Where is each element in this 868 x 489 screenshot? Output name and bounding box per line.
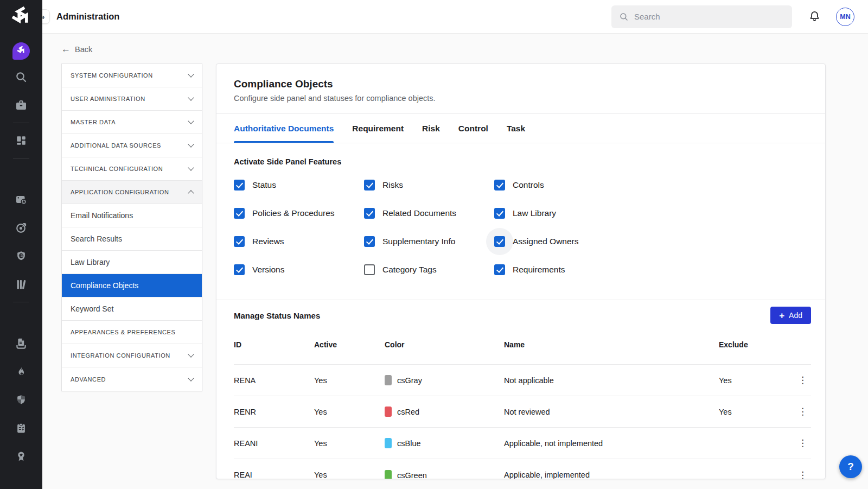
sidebar-item-target[interactable]	[9, 216, 33, 240]
nav-item-compliance-objects[interactable]: Compliance Objects	[62, 274, 202, 297]
tab-bar: Authoritative Documents Requirement Risk…	[216, 113, 825, 143]
checkbox[interactable]	[494, 180, 505, 190]
nav-item-email-notifications[interactable]: Email Notifications	[62, 204, 202, 227]
settings-nav: SYSTEM CONFIGURATION USER ADMINISTRATION…	[61, 63, 202, 391]
tab-requirement[interactable]: Requirement	[352, 114, 404, 143]
feature-controls[interactable]: Controls	[494, 177, 808, 193]
tab-risk[interactable]: Risk	[422, 114, 440, 143]
chevron-down-icon	[188, 94, 194, 100]
briefcase-icon	[15, 99, 28, 112]
nav-section-system-configuration[interactable]: SYSTEM CONFIGURATION	[62, 64, 202, 87]
sidebar-item-document-tray[interactable]	[9, 332, 33, 355]
sidebar-item-assistant[interactable]	[12, 42, 30, 60]
checkbox[interactable]	[234, 208, 245, 219]
shield-icon	[15, 394, 27, 406]
table-row: REAI Yes csGreen Applicable, implemented…	[234, 459, 811, 479]
sidebar-item-notifications-card[interactable]	[9, 188, 33, 212]
nav-section-master-data[interactable]: MASTER DATA	[62, 111, 202, 134]
plus-icon: +	[779, 311, 784, 320]
search-input[interactable]	[634, 12, 784, 21]
user-avatar[interactable]: MN	[836, 8, 854, 26]
nav-item-law-library[interactable]: Law Library	[62, 251, 202, 274]
app-logo[interactable]	[0, 0, 42, 34]
panel-title: Compliance Objects	[234, 78, 808, 90]
checkbox[interactable]	[364, 264, 375, 275]
status-table: ID Active Color Name Exclude RENA Yes cs…	[216, 331, 825, 479]
feature-supplementary-info[interactable]: Supplementary Info	[364, 233, 494, 250]
sidebar-item-shield[interactable]	[9, 388, 33, 412]
feature-status[interactable]: Status	[234, 177, 364, 193]
sidebar-item-clipboard[interactable]	[9, 416, 33, 440]
row-menu-button[interactable]: ⋮	[795, 376, 811, 385]
row-menu-button[interactable]: ⋮	[795, 471, 811, 480]
chevron-down-icon	[188, 141, 194, 147]
nav-section-appearances-preferences[interactable]: APPEARANCES & PREFERENCES	[62, 321, 202, 344]
sidebar-item-search[interactable]	[9, 65, 33, 89]
sidebar-item-shield-globe[interactable]	[9, 244, 33, 268]
tab-control[interactable]: Control	[458, 114, 488, 143]
sidebar-item-flame[interactable]	[9, 360, 33, 384]
topbar: » Administration MN	[42, 0, 868, 34]
checkbox[interactable]	[494, 208, 505, 219]
sidebar-item-briefcase[interactable]	[9, 93, 33, 117]
back-link[interactable]: ← Back	[61, 45, 92, 54]
nav-section-user-administration[interactable]: USER ADMINISTRATION	[62, 87, 202, 111]
features-heading: Activate Side Panel Features	[234, 157, 808, 166]
feature-category-tags[interactable]: Category Tags	[364, 262, 494, 278]
global-search[interactable]	[611, 5, 792, 28]
feature-policies-procedures[interactable]: Policies & Procedures	[234, 205, 364, 221]
checkbox[interactable]	[364, 180, 375, 190]
checkbox[interactable]	[364, 208, 375, 219]
table-row: RENA Yes csGray Not applicable Yes ⋮	[234, 365, 811, 396]
row-menu-button[interactable]: ⋮	[795, 439, 811, 448]
feature-related-documents[interactable]: Related Documents	[364, 205, 494, 221]
checkbox[interactable]	[494, 264, 505, 275]
table-header: ID Active Color Name Exclude	[234, 331, 811, 365]
feature-law-library[interactable]: Law Library	[494, 205, 808, 221]
tab-task[interactable]: Task	[507, 114, 525, 143]
chevron-up-icon	[188, 190, 194, 196]
chevron-down-icon	[188, 375, 194, 381]
feature-versions[interactable]: Versions	[234, 262, 364, 278]
feature-assigned-owners[interactable]: Assigned Owners	[494, 233, 808, 250]
table-row: REANI Yes csBlue Applicable, not impleme…	[234, 428, 811, 459]
page-title: Administration	[56, 11, 119, 22]
sidebar-divider	[13, 158, 29, 158]
nav-section-technical-configuration[interactable]: TECHNICAL CONFIGURATION	[62, 157, 202, 181]
sidebar-item-award[interactable]	[9, 444, 33, 468]
feature-grid: Status Risks Controls Policies & Procedu…	[234, 177, 808, 278]
target-icon	[15, 221, 28, 234]
nav-item-search-results[interactable]: Search Results	[62, 227, 202, 251]
sidebar-item-dashboard[interactable]	[9, 129, 33, 153]
checkbox[interactable]	[234, 180, 245, 190]
panel-subtitle: Configure side panel and statuses for co…	[234, 94, 808, 103]
chevron-down-icon	[188, 118, 194, 124]
nav-section-advanced[interactable]: ADVANCED	[62, 367, 202, 391]
checkbox[interactable]	[234, 236, 245, 247]
nav-item-keyword-set[interactable]: Keyword Set	[62, 297, 202, 321]
row-menu-button[interactable]: ⋮	[795, 407, 811, 416]
color-swatch	[385, 407, 392, 417]
feature-requirements[interactable]: Requirements	[494, 262, 808, 278]
sidebar-divider	[13, 123, 29, 123]
settings-panel: Compliance Objects Configure side panel …	[216, 63, 826, 479]
checkbox[interactable]	[234, 264, 245, 275]
sidebar-item-library[interactable]	[9, 272, 33, 296]
tab-authoritative-documents[interactable]: Authoritative Documents	[234, 114, 334, 143]
nav-section-additional-data-sources[interactable]: ADDITIONAL DATA SOURCES	[62, 134, 202, 157]
avatar-initials: MN	[840, 13, 850, 21]
feature-reviews[interactable]: Reviews	[234, 233, 364, 250]
checkbox[interactable]	[364, 236, 375, 247]
content-area: ← Back SYSTEM CONFIGURATION USER ADMINIS…	[42, 34, 868, 489]
checkbox[interactable]	[494, 236, 505, 247]
help-button[interactable]: ?	[839, 455, 862, 478]
notifications-button[interactable]	[808, 10, 821, 23]
search-icon	[15, 71, 28, 84]
add-button[interactable]: + Add	[770, 307, 811, 324]
flame-icon	[15, 366, 27, 378]
nav-section-application-configuration[interactable]: APPLICATION CONFIGURATION	[62, 181, 202, 204]
color-swatch	[385, 375, 392, 385]
feature-risks[interactable]: Risks	[364, 177, 494, 193]
assistant-badge-icon	[16, 45, 26, 57]
nav-section-integration-configuration[interactable]: INTEGRATION CONFIGURATION	[62, 344, 202, 367]
